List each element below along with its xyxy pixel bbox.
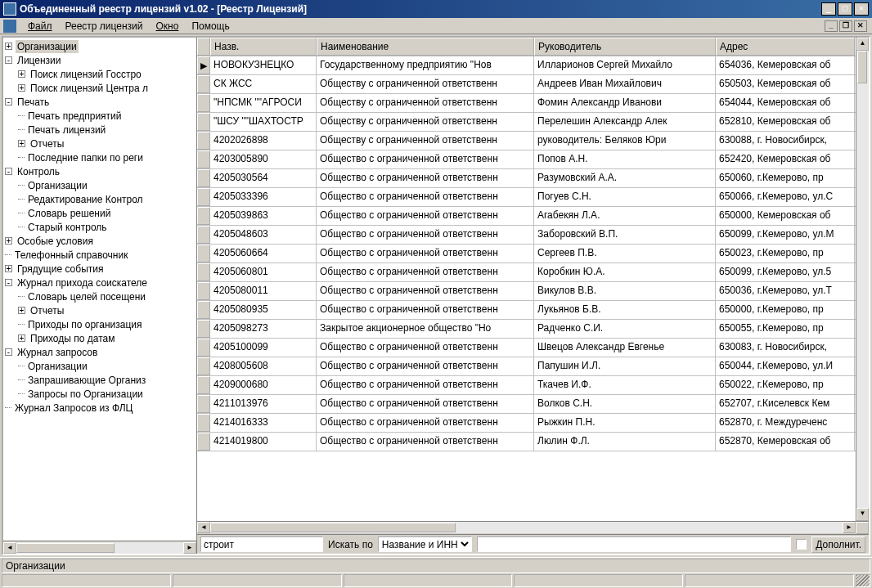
table-row[interactable]: 4205080935Общество с ограниченной ответс… <box>197 301 856 320</box>
grid-cell[interactable]: руководитель: Беляков Юри <box>534 132 716 150</box>
grid-cell[interactable]: Сергеев П.В. <box>534 245 716 263</box>
collapse-icon[interactable]: - <box>5 348 12 356</box>
expand-icon[interactable]: + <box>5 237 12 245</box>
tree-node[interactable]: +Отчеты <box>5 303 195 317</box>
maximize-button[interactable]: □ <box>838 2 852 16</box>
row-indicator[interactable] <box>197 263 210 281</box>
grid-cell[interactable]: 650022, г.Кемерово, пр <box>716 376 855 394</box>
menu-help[interactable]: Помощь <box>185 19 236 34</box>
table-row[interactable]: "ШСУ ""ШАХТОСТРОбществу с ограниченной о… <box>197 113 856 132</box>
grid-cell[interactable]: 654036, Кемеровская об <box>716 56 855 74</box>
grid-cell[interactable]: СК ЖСС <box>210 75 317 93</box>
tree-node[interactable]: Журнал Запросов из ФЛЦ <box>5 401 195 415</box>
grid-cell[interactable]: 650000, г.Кемерово, пр <box>716 301 855 319</box>
grid-cell[interactable]: Общество с ограниченной ответственн <box>317 188 534 206</box>
grid-cell[interactable]: "НПСМК ""АГРОСИ <box>210 94 317 112</box>
grid-cell[interactable]: 630083, г. Новосибирск, <box>716 339 855 357</box>
row-indicator[interactable] <box>197 301 210 319</box>
tree-node[interactable]: Последние папки по реги <box>5 150 195 164</box>
grid-cell[interactable]: 4202026898 <box>210 132 317 150</box>
collapse-icon[interactable]: - <box>5 98 12 105</box>
mdi-minimize-button[interactable]: _ <box>825 20 838 32</box>
grid-cell[interactable]: Общество с ограниченной ответственн <box>317 414 534 432</box>
table-row[interactable]: 4205060801Общество с ограниченной ответс… <box>197 263 856 282</box>
tree-node[interactable]: +Отчеты <box>5 137 195 150</box>
grid-cell[interactable]: 630088, г. Новосибирск, <box>716 132 855 150</box>
tree-view[interactable]: +Организации-Лицензии+Поиск лицензий Гос… <box>3 38 196 541</box>
scroll-up-button[interactable]: ▲ <box>856 38 869 51</box>
grid-cell[interactable]: 4205030564 <box>210 169 317 187</box>
menu-file[interactable]: Файл <box>21 19 59 34</box>
mdi-restore-button[interactable]: ❐ <box>839 20 852 32</box>
row-indicator[interactable] <box>197 169 210 187</box>
expand-icon[interactable]: + <box>18 307 25 314</box>
grid-cell[interactable]: Общество с ограниченной ответственн <box>317 376 534 394</box>
grid-cell[interactable]: Разумовский А.А. <box>534 169 716 187</box>
grid-cell[interactable]: 4211013976 <box>210 395 317 413</box>
row-indicator[interactable] <box>197 433 210 451</box>
row-indicator[interactable] <box>197 94 210 112</box>
tree-node[interactable]: Печать лицензий <box>5 123 195 137</box>
grid-cell[interactable]: Общество с ограниченной ответственн <box>317 226 534 244</box>
tree-node[interactable]: -Контроль <box>5 164 195 178</box>
tree-node[interactable]: Организации <box>5 178 195 192</box>
menu-registry[interactable]: Реестр лицензий <box>59 19 150 34</box>
grid-cell[interactable]: 652870, Кемеровская об <box>716 433 855 451</box>
data-grid[interactable]: Назв.НаименованиеРуководительАдрес▶ НОВО… <box>197 38 856 521</box>
column-header[interactable]: Адрес <box>716 38 855 56</box>
row-indicator[interactable] <box>197 113 210 131</box>
tree-node[interactable]: -Печать <box>5 95 195 109</box>
grid-cell[interactable]: 650503, Кемеровская об <box>716 75 855 93</box>
grid-scroll-track[interactable] <box>210 522 843 533</box>
tree-node[interactable]: +Поиск лицензий Центра л <box>5 81 195 95</box>
grid-cell[interactable]: 650060, г.Кемерово, пр <box>716 169 855 187</box>
scroll-right-button[interactable]: ► <box>183 542 196 554</box>
table-row[interactable]: 4205033396Общество с ограниченной ответс… <box>197 188 856 207</box>
grid-cell[interactable]: 650036, г.Кемерово, ул.Т <box>716 282 855 300</box>
grid-cell[interactable]: 652870, г. Междуреченс <box>716 414 855 432</box>
grid-cell[interactable]: 4214019800 <box>210 433 317 451</box>
row-indicator[interactable] <box>197 207 210 225</box>
grid-cell[interactable]: Общество с ограниченной ответственн <box>317 339 534 357</box>
row-indicator[interactable] <box>197 75 210 93</box>
search-input[interactable] <box>200 536 323 552</box>
grid-scroll-thumb[interactable] <box>210 523 456 532</box>
search-extra-input[interactable] <box>477 536 792 552</box>
grid-scroll-left-button[interactable]: ◄ <box>197 522 210 533</box>
table-row[interactable]: 4205100099Общество с ограниченной ответс… <box>197 339 856 357</box>
table-row[interactable]: 4205039863Общество с ограниченной ответс… <box>197 207 856 226</box>
grid-cell[interactable]: Общество с ограниченной ответственн <box>317 207 534 225</box>
grid-cell[interactable]: НОВОКУЗНЕЦКО <box>210 56 317 74</box>
grid-cell[interactable]: 654044, Кемеровская об <box>716 94 855 112</box>
grid-cell[interactable]: Общество с ограниченной ответственн <box>317 150 534 168</box>
table-row[interactable]: 4203005890Общество с ограниченной ответс… <box>197 150 856 169</box>
grid-cell[interactable]: 4205098273 <box>210 320 317 338</box>
grid-cell[interactable]: Закрытое акционерное общество "Но <box>317 320 534 338</box>
grid-cell[interactable]: 650055, г.Кемерово, пр <box>716 320 855 338</box>
grid-cell[interactable]: 4205080011 <box>210 282 317 300</box>
table-row[interactable]: "НПСМК ""АГРОСИОбществу с ограниченной о… <box>197 94 856 113</box>
grid-cell[interactable]: Папушин И.Л. <box>534 357 716 375</box>
grid-cell[interactable]: Радченко С.И. <box>534 320 716 338</box>
scroll-track[interactable] <box>16 542 183 554</box>
grid-cell[interactable]: 652707, г.Киселевск Кем <box>716 395 855 413</box>
grid-cell[interactable]: 4214016333 <box>210 414 317 432</box>
collapse-icon[interactable]: - <box>5 56 12 64</box>
tree-node[interactable]: -Журнал прихода соискателе <box>5 276 195 290</box>
row-indicator[interactable] <box>197 395 210 413</box>
column-header[interactable]: Руководитель <box>534 38 716 56</box>
grid-cell[interactable]: Заборовский В.П. <box>534 226 716 244</box>
tree-node[interactable]: +Приходы по датам <box>5 331 195 345</box>
additional-button[interactable]: Дополнит. <box>811 536 865 553</box>
search-checkbox[interactable] <box>796 539 807 550</box>
expand-icon[interactable]: + <box>18 84 25 92</box>
tree-node[interactable]: Словарь решений <box>5 206 195 220</box>
tree-node[interactable]: +Грядущие события <box>5 262 195 276</box>
grid-cell[interactable]: "ШСУ ""ШАХТОСТР <box>210 113 317 131</box>
table-row[interactable]: ▶ НОВОКУЗНЕЦКОГосударственному предприят… <box>197 56 856 75</box>
tree-node[interactable]: Старый контроль <box>5 220 195 234</box>
table-row[interactable]: 4205048603Общество с ограниченной ответс… <box>197 226 856 245</box>
scroll-down-button[interactable]: ▼ <box>856 508 869 521</box>
minimize-button[interactable]: _ <box>821 2 836 16</box>
grid-cell[interactable]: Агабекян Л.А. <box>534 207 716 225</box>
